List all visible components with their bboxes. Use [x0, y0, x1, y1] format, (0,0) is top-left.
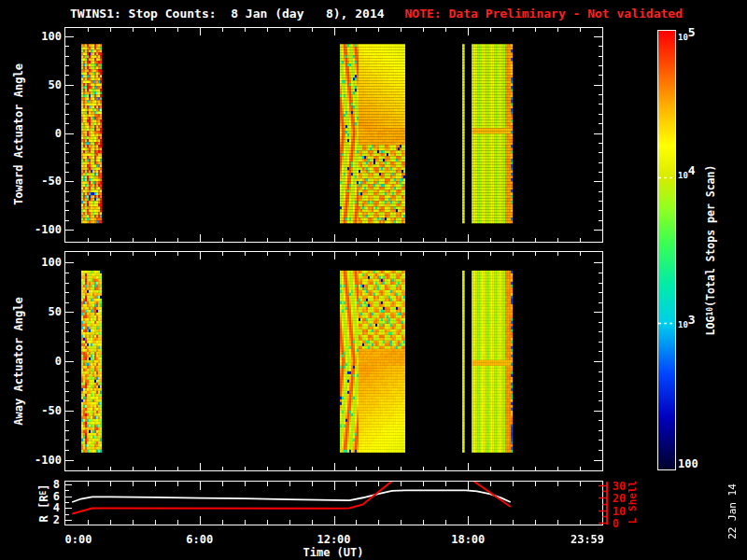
orbit-line-canvas: [65, 482, 602, 525]
x-axis-title: Time (UT): [303, 546, 363, 559]
colorbar-canvas: [658, 31, 675, 469]
y-tick-label: 50: [49, 78, 62, 91]
y-axis-title-away: Away Actuator Angle: [12, 297, 25, 425]
y-axis-title-toward: Toward Actuator Angle: [12, 63, 25, 205]
x-tick-label: 23:59: [571, 533, 604, 546]
colorbar: [657, 30, 676, 470]
lshell-tick-label: 30: [613, 480, 626, 493]
x-tick-label: 0:00: [65, 533, 92, 546]
x-tick-label: 18:00: [451, 533, 485, 546]
preliminary-note: NOTE: Data Preliminary - Not validated: [405, 7, 683, 21]
y-tick-label: 100: [41, 30, 62, 43]
plot-title: TWINS1: Stop Counts: 8 Jan (day 8), 2014: [70, 7, 385, 21]
title-bar: TWINS1: Stop Counts: 8 Jan (day 8), 2014…: [70, 7, 683, 21]
colorbar-tick-label: 104: [678, 168, 696, 182]
spectrogram-canvas-toward: [65, 28, 602, 242]
r-axis-title: R [RE]: [37, 484, 50, 523]
y-tick-label: -100: [35, 454, 62, 467]
lshell-tick-label: 0: [613, 517, 619, 530]
x-tick-label: 12:00: [317, 533, 350, 546]
y-tick-label: -50: [41, 404, 62, 417]
y-tick-label: 0: [55, 355, 62, 368]
colorbar-title: LOG10(Total Stops per Scan): [704, 165, 717, 336]
y-tick-label: 50: [49, 305, 62, 318]
x-tick-label: 6:00: [186, 533, 213, 546]
lshell-tick-label: 10: [613, 505, 626, 518]
lshell-axis-title: L Shell: [627, 481, 639, 524]
y-tick-label: -100: [35, 223, 62, 236]
y-tick-label: 0: [55, 127, 62, 140]
datestamp: 22 Jan 14: [726, 483, 739, 539]
r-tick-label: 2: [53, 513, 60, 526]
y-tick-label: -50: [41, 175, 62, 188]
orbit-line-panel: [64, 481, 603, 525]
lshell-tick-label: 20: [613, 492, 626, 505]
plot-page: TWINS1: Stop Counts: 8 Jan (day 8), 2014…: [0, 0, 747, 560]
colorbar-tick-label: 103: [678, 317, 696, 331]
colorbar-tick-label: 100: [678, 457, 698, 470]
spectrogram-panel-toward: [64, 27, 603, 243]
y-tick-label: 100: [41, 256, 62, 269]
colorbar-tick-label: 105: [678, 30, 696, 44]
spectrogram-canvas-away: [65, 252, 602, 470]
spectrogram-panel-away: [64, 251, 603, 471]
